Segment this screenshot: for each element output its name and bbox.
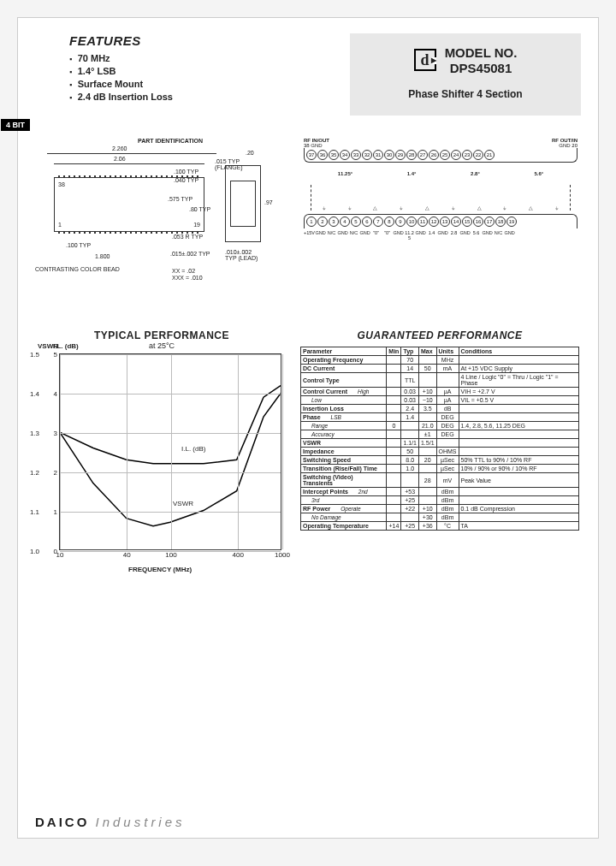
- pin-circle: 29: [395, 150, 406, 160]
- brand-light: Industries: [96, 815, 186, 829]
- triangle-icon: △: [373, 205, 377, 211]
- pin-circle: 22: [473, 150, 483, 160]
- table-row: Intercept Points 2nd+53dBm: [301, 488, 579, 496]
- curve-label: I.L. (dB): [180, 445, 207, 453]
- table-row: Operating Frequency70MHz: [301, 356, 579, 365]
- dim: .015 TYP (FLANGE): [215, 158, 249, 170]
- datasheet-page: 4 BIT FEATURES 70 MHz 1.4° LSB Surface M…: [17, 17, 599, 839]
- dim: XXX = .010: [172, 275, 203, 281]
- dim: .100 TYP: [66, 242, 91, 248]
- feature-item: Surface Mount: [69, 79, 258, 89]
- pin-circle: 9: [395, 216, 406, 227]
- pin-label: GND: [504, 230, 515, 240]
- pin-num: 1: [58, 222, 62, 228]
- table-row: Phase LSB1.4DEG: [301, 413, 579, 422]
- performance-table: ParameterMinTypMaxUnitsConditions Operat…: [300, 347, 579, 531]
- dim: .100 TYP: [174, 169, 198, 175]
- pin-label: 2.8: [448, 230, 459, 240]
- table-row: Range021.0DEG1.4, 2.8, 5.6, 11.25 DEG: [301, 422, 579, 430]
- dim: 2.260: [112, 145, 127, 151]
- pin-circle: 30: [384, 150, 394, 160]
- dim: .20: [246, 150, 254, 156]
- page-footer: DAICO Industries: [35, 815, 581, 829]
- bottom-pin-labels: +15VGNDN/CGNDN/CGND"0""0"GND11.25GND1.4G…: [304, 230, 578, 240]
- pin-circle: 23: [462, 150, 472, 160]
- pin-num: 19: [193, 222, 200, 228]
- model-no-value: DPS45081: [445, 61, 518, 76]
- table-row: Operating Temperature+14+25+36°CTA: [301, 522, 579, 531]
- dim: CONTRASTING COLOR BEAD: [35, 266, 120, 272]
- pin-circle: 3: [329, 216, 339, 227]
- section-labels: 11.25° 1.4° 2.8° 5.6°: [311, 171, 571, 176]
- dim: .010±.002 TYP (LEAD): [225, 249, 264, 261]
- pin-circle: 31: [373, 150, 383, 160]
- flange-view: [225, 165, 261, 242]
- pin-circle: 12: [429, 216, 439, 227]
- pin-label: N/C: [493, 230, 504, 240]
- features-heading: FEATURES: [69, 33, 258, 48]
- pin-circle: 33: [351, 150, 361, 160]
- pin-label: GND: [393, 230, 404, 240]
- package-body: 38 1 19: [54, 177, 204, 232]
- pin-circle: 5: [351, 216, 361, 227]
- pin-circle: 32: [362, 150, 372, 160]
- table-row: Switching Speed8.020µSec50% TTL to 90% /…: [301, 456, 579, 465]
- table-row: VSWR1.1/11.5/1: [301, 439, 579, 448]
- pin-label: 5.6: [471, 230, 482, 240]
- feature-item: 70 MHz: [69, 53, 258, 63]
- pin-circle: 8: [384, 216, 394, 227]
- pin-circle: 2: [317, 216, 328, 227]
- lower-section: TYPICAL PERFORMANCE at 25°C VSWR I.L. (d…: [35, 329, 581, 550]
- connection-diagram: RF IN/OUT RF OUT/IN 38 GND GND 20 373635…: [304, 138, 578, 300]
- pin-circle: 28: [406, 150, 417, 160]
- pin-circle: 27: [418, 150, 428, 160]
- y2-label: I.L. (dB): [53, 342, 79, 350]
- pin-circle: 6: [362, 216, 372, 227]
- section: 5.6°: [534, 171, 543, 176]
- bottom-pin-row: 12345678910111213141516171819: [306, 216, 575, 227]
- pin-circle: 37: [306, 150, 317, 160]
- pin-circle: 14: [451, 216, 461, 227]
- pin-label: GND: [337, 230, 348, 240]
- table-row: Transition (Rise/Fall) Time1.0µSec10% / …: [301, 465, 579, 473]
- pin-label: +15V: [304, 230, 315, 240]
- top-pin-row: 3736353433323130292827262524232221: [306, 150, 575, 160]
- pin-circle: 13: [440, 216, 450, 227]
- pin-circle: 16: [473, 216, 483, 227]
- pin-label: 38 GND: [304, 143, 323, 148]
- pin-label: GND: [459, 230, 471, 240]
- pin-label: 1.4: [426, 230, 437, 240]
- table-row: Low0.03−10µAVIL = +0.5 V: [301, 396, 579, 405]
- pin-label: N/C: [326, 230, 337, 240]
- x-label: FREQUENCY (MHz): [128, 566, 192, 573]
- pin-circle: 24: [451, 150, 461, 160]
- dim: .97: [264, 199, 273, 205]
- brand: DAICO Industries: [35, 815, 186, 829]
- pin-circle: 35: [329, 150, 339, 160]
- guaranteed-performance-block: GUARANTEED PERFORMANCE ParameterMinTypMa…: [300, 329, 579, 550]
- table-row: Switching (Video) Transients28mVPeak Val…: [301, 473, 579, 488]
- table-row: Control Current High0.03+10µAVIH = +2.7 …: [301, 388, 579, 396]
- pin-circle: 4: [340, 216, 350, 227]
- table-row: Impedance50OHMS: [301, 448, 579, 456]
- section: 2.8°: [471, 171, 480, 176]
- dim: .053 R TYP: [172, 234, 203, 240]
- feature-item: 2.4 dB Insertion Loss: [69, 92, 258, 102]
- pin-circle: 26: [429, 150, 439, 160]
- dim: .040 TYP: [174, 177, 198, 183]
- daico-logo-icon: d: [414, 49, 436, 71]
- dim: XX = .02: [172, 268, 195, 274]
- features-block: FEATURES 70 MHz 1.4° LSB Surface Mount 2…: [35, 33, 258, 116]
- section: 1.4°: [407, 171, 417, 176]
- pin-label: N/C: [348, 230, 359, 240]
- model-box: d MODEL NO. DPS45081 Phase Shifter 4 Sec…: [350, 33, 581, 116]
- table-row: 3rd+25dBm: [301, 496, 579, 505]
- chart-title: TYPICAL PERFORMANCE: [35, 329, 288, 341]
- pin-circle: 15: [462, 216, 472, 227]
- package-outline-drawing: PART IDENTIFICATION 2.260 2.06 38 1 19 .…: [35, 138, 292, 300]
- pin-circle: 17: [484, 216, 495, 227]
- table-row: Control TypeTTL4 Line / Logic "0" = Thru…: [301, 373, 579, 388]
- pin-label: "0": [382, 230, 393, 240]
- pin-label: 11.25: [404, 230, 415, 240]
- dim: .575 TYP: [168, 196, 192, 202]
